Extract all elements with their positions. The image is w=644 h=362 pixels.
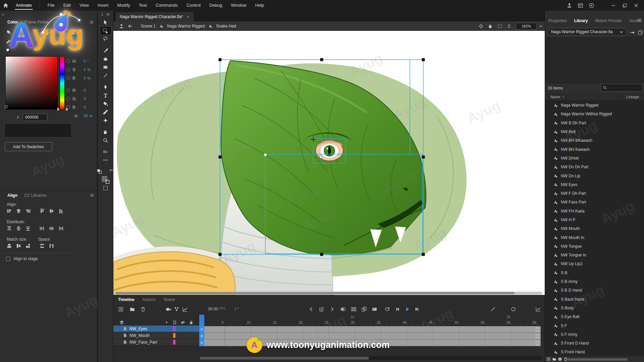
hex-input[interactable] [22,114,47,121]
play-button[interactable] [405,306,410,312]
stage-horizontal-scrollbar[interactable] [114,292,542,295]
symbol-bounding-box[interactable] [265,154,423,254]
dist-left-button[interactable] [38,225,46,232]
radio-icon[interactable] [66,59,70,63]
zoom-tool[interactable] [100,136,111,144]
new-library-panel-icon[interactable] [638,30,643,35]
library-item[interactable]: NW Eyes [545,180,644,189]
match-both-button[interactable] [24,242,32,249]
channel-value[interactable]: 0 [78,59,86,64]
layer-color-swatch[interactable] [173,340,175,345]
sort-arrow-icon[interactable]: ↑ [562,95,565,99]
breadcrumb-item-scene-1[interactable]: Scene 1 [141,24,156,28]
align-left-button[interactable] [5,207,13,215]
layer-name[interactable]: NW_Eyes [129,326,147,331]
grid-overlay-tool[interactable] [100,176,111,184]
library-item-name[interactable]: NW Face Part [561,200,586,204]
library-document-dropdown[interactable]: Naga Warrior Rigged Character.fla [547,28,627,36]
fill-color-tool-icon[interactable] [5,28,13,36]
library-scrollbar-thumb[interactable] [567,358,628,361]
eraser-tool[interactable] [100,55,111,63]
frame-row-nw-face-part[interactable] [199,340,541,346]
library-item[interactable]: NW Mouth In [545,233,644,242]
library-item-name[interactable]: NW Up Lip2 [561,261,583,266]
library-item[interactable]: S Front Hand [545,348,644,356]
stage-canvas[interactable] [113,31,545,295]
library-item[interactable]: NW Face Part [545,198,644,206]
library-item-name[interactable]: NW BH BKawach [561,138,592,143]
library-item-name[interactable]: S B [561,270,567,275]
dist-right-button[interactable] [57,225,65,232]
library-item-name[interactable]: S Front Hand [561,350,585,354]
text-tool[interactable] [100,91,111,100]
channel-value[interactable]: 0 [78,105,86,110]
ease-button[interactable] [490,306,496,312]
paint-bucket-tool[interactable] [100,100,111,108]
library-item-name[interactable]: NW Dn Lip [561,174,580,178]
workspace-icon[interactable] [578,3,583,8]
menu-item-modify[interactable]: Modify [113,0,135,11]
library-item[interactable]: NW Tongue In [545,251,644,259]
circle-button[interactable] [511,306,516,312]
new-layer-button[interactable] [118,306,124,312]
auto-keyframe-button[interactable] [319,306,325,312]
library-item[interactable]: NW H P [545,216,644,224]
match-width-button[interactable] [5,242,13,249]
breadcrumb-item-snake-had[interactable]: Snake Had [216,24,236,28]
menu-item-commands[interactable]: Commands [151,0,182,11]
paste-board-tool[interactable] [94,167,105,176]
tab-cc-libraries[interactable]: CC Libraries [21,191,50,199]
library-item-name[interactable]: S B D Hand [561,288,582,293]
menu-item-animate[interactable]: Animate [11,0,36,11]
next-keyframe-button[interactable] [329,306,335,312]
library-item-name[interactable]: Naga Warrior Rigged [561,103,598,108]
library-item-name[interactable]: S Eye Ball [561,314,579,319]
library-item[interactable]: S F Army [545,330,644,339]
library-item[interactable]: NW Tongue [545,242,644,251]
timeline-ruler[interactable]: 51015202530354045505560651s2s [199,315,545,326]
align-right-button[interactable] [24,207,32,215]
frame-label-button[interactable] [372,306,377,312]
layer-parenting-button[interactable] [174,306,179,312]
menu-item-window[interactable]: Window [226,0,251,11]
library-item-name[interactable]: NW B Dh Part [561,121,586,125]
step-forward-button[interactable] [414,306,420,312]
close-icon[interactable] [631,1,641,10]
line-tool[interactable] [100,71,111,80]
close-tab-icon[interactable]: × [187,14,190,19]
asset-warp-tool[interactable] [100,116,111,125]
restore-icon[interactable] [620,1,629,10]
document-tab[interactable]: Naga Warrior Rigged Character.fla* × [116,12,194,21]
tab-align[interactable]: Align [4,191,21,199]
library-item-name[interactable]: S F Army [561,332,577,337]
keyframe-dot[interactable] [201,342,203,344]
radio-icon[interactable] [66,76,70,80]
library-item-name[interactable]: NW Tongue In [561,253,586,257]
camera-tool[interactable] [100,147,111,156]
layer-name[interactable]: NW_Face_Part [129,340,157,345]
rotation-hand-icon[interactable] [488,23,493,29]
channel-value[interactable]: 0 [78,67,86,72]
library-item[interactable]: Naga Warrior Rigged [545,101,644,110]
search-input[interactable] [608,86,639,90]
onion-skin-button[interactable] [340,306,346,312]
layer-row-nw-mouth[interactable]: NW_Mouth [113,332,199,339]
clip-content-icon[interactable] [497,23,502,29]
tab-frame-picker[interactable]: Frame Picker [21,18,52,26]
keyframe-dot[interactable] [201,335,203,337]
hue-slider[interactable] [60,56,65,110]
channel-value[interactable]: 0 [78,76,86,80]
camera-button[interactable] [166,306,171,312]
library-item-name[interactable]: NW BH Kawach [561,147,590,152]
channel-value[interactable]: 0 [78,88,86,93]
timeline-tab-scene[interactable]: Scene [164,297,175,302]
center-frame-icon[interactable] [478,23,484,29]
tab-properties[interactable]: Properties [548,17,568,25]
menu-item-text[interactable]: Text [135,0,151,11]
library-item-name[interactable]: NW Tongue [561,244,582,249]
library-item-name[interactable]: NW FH Kada [561,209,585,214]
menu-item-help[interactable]: Help [251,0,269,11]
align-to-stage-checkbox[interactable]: Align to stage [6,256,38,261]
graph-button[interactable] [182,306,188,312]
stroke-color-tool-icon[interactable] [4,38,12,46]
